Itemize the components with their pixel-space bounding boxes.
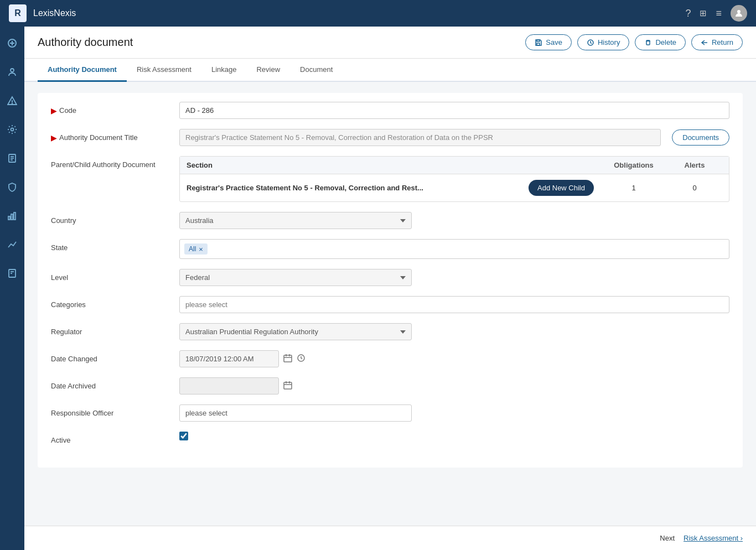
responsible-officer-row: Responsible Officer please select: [51, 404, 729, 422]
header-actions: Save History Delete Return: [525, 34, 743, 50]
sidebar-alert-icon[interactable]: [2, 91, 22, 111]
pc-row-alerts: 0: [667, 184, 722, 192]
risk-assessment-link[interactable]: Risk Assessment ›: [683, 534, 743, 542]
return-button[interactable]: Return: [691, 34, 743, 50]
level-row: Level Federal: [51, 269, 729, 286]
archive-calendar-icon[interactable]: [283, 381, 292, 392]
pc-table-header: Section Obligations Alerts: [180, 157, 729, 174]
date-changed-label: Date Changed: [51, 350, 173, 363]
sidebar-trend-icon[interactable]: [2, 235, 22, 255]
svg-rect-23: [284, 355, 292, 362]
categories-row: Categories: [51, 296, 729, 313]
next-label: Next: [660, 534, 675, 542]
sidebar-settings-icon[interactable]: [2, 120, 22, 139]
authority-title-input[interactable]: [179, 129, 661, 146]
sidebar-shield-icon[interactable]: [2, 177, 22, 197]
page-title: Authority document: [38, 36, 133, 49]
form-section: ▶ Code ▶ Authority Document Title: [38, 93, 743, 468]
parent-child-control: Section Obligations Alerts Registrar's P…: [179, 156, 729, 202]
logo: R: [9, 4, 27, 22]
svg-rect-18: [537, 43, 540, 45]
date-archived-input[interactable]: [179, 377, 279, 395]
pc-col-obligations-header: Obligations: [600, 161, 667, 169]
calendar-icon[interactable]: [283, 354, 292, 365]
state-control: All ×: [179, 239, 729, 259]
svg-point-4: [11, 69, 14, 72]
date-changed-row: Date Changed: [51, 350, 729, 367]
sidebar-user-icon[interactable]: [2, 62, 22, 82]
tab-document[interactable]: Document: [290, 59, 343, 82]
sidebar-report-icon[interactable]: [2, 263, 22, 283]
code-row: ▶ Code: [51, 102, 729, 119]
level-control: Federal: [179, 269, 412, 286]
tab-linkage[interactable]: Linkage: [201, 59, 247, 82]
avatar[interactable]: [731, 5, 747, 22]
state-label: State: [51, 239, 173, 252]
sidebar-chart-icon[interactable]: [2, 206, 22, 226]
state-tag-remove[interactable]: ×: [199, 246, 203, 253]
state-tag-all: All ×: [184, 243, 208, 255]
menu-icon[interactable]: ≡: [716, 8, 722, 19]
save-button[interactable]: Save: [525, 34, 572, 50]
regulator-control: Australian Prudential Regulation Authori…: [179, 323, 412, 340]
pc-row-obligations: 1: [600, 184, 667, 192]
svg-rect-21: [646, 41, 650, 45]
date-changed-control: [179, 350, 729, 367]
add-new-child-button[interactable]: Add New Child: [529, 180, 594, 196]
categories-label: Categories: [51, 296, 173, 309]
country-control: Australia: [179, 212, 412, 229]
date-archived-control: [179, 377, 729, 395]
page-header: Authority document Save History Delete R…: [24, 27, 756, 59]
brand-name: LexisNexis: [33, 8, 679, 18]
level-label: Level: [51, 269, 173, 282]
authority-title-label: ▶ Authority Document Title: [51, 129, 173, 142]
svg-point-7: [11, 128, 14, 131]
tab-review[interactable]: Review: [246, 59, 290, 82]
documents-button[interactable]: Documents: [672, 129, 729, 146]
history-button[interactable]: History: [577, 34, 629, 50]
form-area: ▶ Code ▶ Authority Document Title: [24, 82, 756, 526]
active-checkbox[interactable]: [179, 432, 188, 440]
date-changed-input[interactable]: [179, 350, 279, 367]
level-select[interactable]: Federal: [179, 269, 412, 286]
delete-button[interactable]: Delete: [635, 34, 686, 50]
state-input-wrap[interactable]: All ×: [179, 239, 729, 259]
svg-rect-13: [11, 214, 13, 220]
sidebar-add-icon[interactable]: [2, 33, 22, 53]
regulator-select[interactable]: Australian Prudential Regulation Authori…: [179, 323, 412, 340]
categories-input[interactable]: [179, 296, 729, 313]
regulator-row: Regulator Australian Prudential Regulati…: [51, 323, 729, 340]
date-archived-wrap: [179, 377, 729, 395]
tab-risk-assessment[interactable]: Risk Assessment: [127, 59, 201, 82]
svg-rect-19: [537, 40, 540, 41]
code-input[interactable]: [179, 102, 729, 119]
pc-col-alerts-header: Alerts: [667, 161, 722, 169]
sidebar-doc-icon[interactable]: [2, 148, 22, 168]
clock-icon[interactable]: [297, 354, 305, 365]
active-label: Active: [51, 432, 173, 444]
table-row: Registrar's Practice Statement No 5 - Re…: [180, 174, 729, 201]
tabs: Authority Document Risk Assessment Linka…: [24, 59, 756, 82]
code-label: ▶ Code: [51, 102, 173, 115]
tab-authority-document[interactable]: Authority Document: [38, 59, 127, 82]
topnav: R LexisNexis ? ⊞ ≡: [0, 0, 756, 27]
grid-icon[interactable]: ⊞: [700, 8, 707, 18]
svg-point-6: [12, 103, 13, 104]
country-select[interactable]: Australia: [179, 212, 412, 229]
parent-child-table: Section Obligations Alerts Registrar's P…: [179, 156, 729, 202]
svg-point-0: [737, 10, 741, 13]
country-row: Country Australia: [51, 212, 729, 229]
responsible-officer-select[interactable]: please select: [179, 404, 412, 422]
code-control: [179, 102, 729, 119]
parent-child-row: Parent/Child Authority Document Section …: [51, 156, 729, 202]
required-marker-code: ▶: [51, 106, 57, 115]
active-row: Active: [51, 432, 729, 444]
help-icon[interactable]: ?: [685, 8, 691, 19]
page-footer: Next Risk Assessment ›: [24, 526, 756, 550]
state-tag-label: All: [189, 245, 196, 253]
sidebar: [0, 27, 24, 550]
pc-col-section-header: Section: [187, 161, 600, 169]
state-row: State All ×: [51, 239, 729, 259]
categories-control: [179, 296, 729, 313]
authority-title-row: ▶ Authority Document Title Documents: [51, 129, 729, 146]
